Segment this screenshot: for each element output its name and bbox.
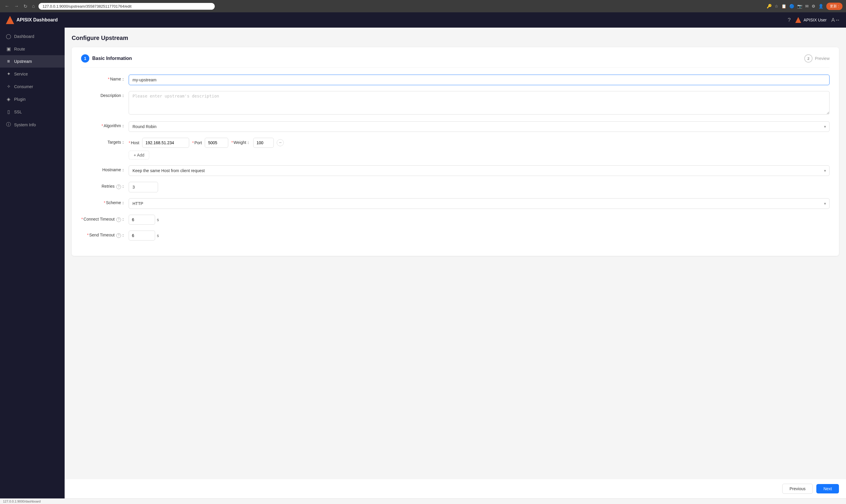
help-icon[interactable]: ? xyxy=(788,17,791,23)
name-control xyxy=(129,75,830,85)
connect-timeout-control: s xyxy=(129,215,830,225)
retries-label: Retries ?： xyxy=(81,182,125,189)
send-timeout-input[interactable] xyxy=(129,231,155,240)
sidebar-label-ssl: SSL xyxy=(14,110,22,114)
name-row: *Name： xyxy=(81,75,830,85)
weight-label: *Weight： xyxy=(231,140,250,145)
algorithm-row: *Algorithm： Round Robin Least Connection… xyxy=(81,121,830,132)
consumer-icon: ✧ xyxy=(6,84,11,89)
translate-icon[interactable]: A↔ xyxy=(831,17,840,23)
logo-area: APISIX Dashboard xyxy=(6,16,58,24)
user-circle-icon: 👤 xyxy=(818,4,823,8)
description-input[interactable] xyxy=(129,91,830,114)
next-button[interactable]: Next xyxy=(816,484,839,493)
form-card: 1 Basic Information 2 Preview *Name： xyxy=(72,47,839,256)
send-timeout-input-group: s xyxy=(129,231,830,240)
targets-label: Targets： xyxy=(81,138,125,145)
retries-info-icon: ? xyxy=(116,184,121,189)
content-area: Configure Upstream 1 Basic Information 2… xyxy=(65,28,846,479)
targets-input-row: *Host *Port *Weight： − xyxy=(129,138,830,148)
host-label: *Host xyxy=(129,140,139,145)
sidebar-label-system-info: System Info xyxy=(14,123,36,127)
scheme-select[interactable]: HTTP HTTPS gRPC gRPCS xyxy=(129,198,830,209)
host-input[interactable] xyxy=(142,138,189,148)
send-timeout-suffix: s xyxy=(157,233,159,238)
sidebar-label-consumer: Consumer xyxy=(14,84,33,89)
step1-circle: 1 xyxy=(81,54,89,62)
port-label: *Port xyxy=(192,140,202,145)
update-button[interactable]: 更新 : xyxy=(826,3,843,10)
page-title: Configure Upstream xyxy=(72,35,839,41)
connect-timeout-input[interactable] xyxy=(129,215,155,225)
app-header: APISIX Dashboard ? APISIX User A↔ xyxy=(0,12,846,28)
connect-timeout-input-group: s xyxy=(129,215,830,225)
step1-indicator: 1 Basic Information xyxy=(81,54,132,62)
step-header: 1 Basic Information 2 Preview xyxy=(81,54,830,68)
description-label: Description： xyxy=(81,91,125,98)
add-target-button[interactable]: + Add xyxy=(129,151,149,160)
ext1-icon: 📋 xyxy=(781,4,786,8)
algorithm-control: Round Robin Least Connections IP Hash EW… xyxy=(129,121,830,132)
bottom-navigation: Previous Next xyxy=(65,479,846,499)
sidebar-item-consumer[interactable]: ✧ Consumer xyxy=(0,80,65,93)
description-control xyxy=(129,91,830,115)
name-input[interactable] xyxy=(129,75,830,85)
upstream-icon: ≡ xyxy=(6,59,11,64)
reload-button[interactable]: ↻ xyxy=(22,2,29,10)
scheme-select-wrapper: HTTP HTTPS gRPC gRPCS xyxy=(129,198,830,209)
sidebar-label-route: Route xyxy=(14,47,25,51)
port-input[interactable] xyxy=(205,138,228,148)
ext3-icon: 📷 xyxy=(797,4,802,8)
sidebar-item-service[interactable]: ✦ Service xyxy=(0,68,65,80)
name-label: *Name： xyxy=(81,75,125,82)
sidebar-label-dashboard: Dashboard xyxy=(14,34,34,39)
scheme-label: *Scheme： xyxy=(81,198,125,205)
hostname-select[interactable]: Keep the same Host from client request U… xyxy=(129,165,830,176)
route-icon: ▣ xyxy=(6,46,11,52)
main-layout: ◯ Dashboard ▣ Route ≡ Upstream ✦ Service… xyxy=(0,28,846,499)
ext2-icon: 🔵 xyxy=(789,4,794,8)
scheme-control: HTTP HTTPS gRPC gRPCS xyxy=(129,198,830,209)
targets-row: Targets： *Host *Port xyxy=(81,138,830,160)
sidebar-item-plugin[interactable]: ◈ Plugin xyxy=(0,93,65,105)
ssl-icon: ▯ xyxy=(6,109,11,114)
retries-row: Retries ?： xyxy=(81,182,830,192)
description-row: Description： xyxy=(81,91,830,115)
sidebar-label-upstream: Upstream xyxy=(14,59,32,64)
sidebar-label-plugin: Plugin xyxy=(14,97,25,102)
back-button[interactable]: ← xyxy=(3,2,11,10)
system-info-icon: ⓘ xyxy=(6,122,11,128)
step2-title: Preview xyxy=(815,56,830,61)
sidebar-item-ssl[interactable]: ▯ SSL xyxy=(0,105,65,118)
sidebar-item-system-info[interactable]: ⓘ System Info xyxy=(0,118,65,131)
header-right: ? APISIX User A↔ xyxy=(788,17,840,23)
connect-timeout-info-icon: ? xyxy=(116,217,121,222)
retries-control xyxy=(129,182,830,192)
sidebar-label-service: Service xyxy=(14,72,28,76)
service-icon: ✦ xyxy=(6,71,11,77)
sidebar-item-upstream[interactable]: ≡ Upstream xyxy=(0,55,65,68)
send-timeout-label: *Send Timeout ?： xyxy=(81,231,125,238)
scheme-row: *Scheme： HTTP HTTPS gRPC gRPCS xyxy=(81,198,830,209)
step2-indicator: 2 Preview xyxy=(804,54,830,62)
home-button[interactable]: ⌂ xyxy=(31,2,36,10)
connect-timeout-row: *Connect Timeout ?： s xyxy=(81,215,830,225)
ext4-icon: ✉ xyxy=(805,4,809,8)
algorithm-select[interactable]: Round Robin Least Connections IP Hash EW… xyxy=(129,121,830,132)
forward-button[interactable]: → xyxy=(13,2,20,10)
key-icon: 🔑 xyxy=(767,4,772,8)
ext5-icon: ⚙ xyxy=(812,4,815,8)
hostname-label: Hostname： xyxy=(81,165,125,173)
remove-target-button[interactable]: − xyxy=(277,139,284,146)
sidebar-item-route[interactable]: ▣ Route xyxy=(0,42,65,55)
apisix-logo-small xyxy=(795,17,801,23)
previous-button[interactable]: Previous xyxy=(782,484,813,494)
step1-title: Basic Information xyxy=(92,56,132,61)
hostname-select-wrapper: Keep the same Host from client request U… xyxy=(129,165,830,176)
browser-toolbar: 🔑 ☆ 📋 🔵 📷 ✉ ⚙ 👤 更新 : xyxy=(767,3,843,10)
weight-input[interactable] xyxy=(253,138,274,148)
send-timeout-info-icon: ? xyxy=(116,233,121,238)
retries-input[interactable] xyxy=(129,182,158,192)
address-bar[interactable]: 127.0.0.1:9000/upstream/3558738251177017… xyxy=(38,3,215,10)
sidebar-item-dashboard[interactable]: ◯ Dashboard xyxy=(0,30,65,42)
